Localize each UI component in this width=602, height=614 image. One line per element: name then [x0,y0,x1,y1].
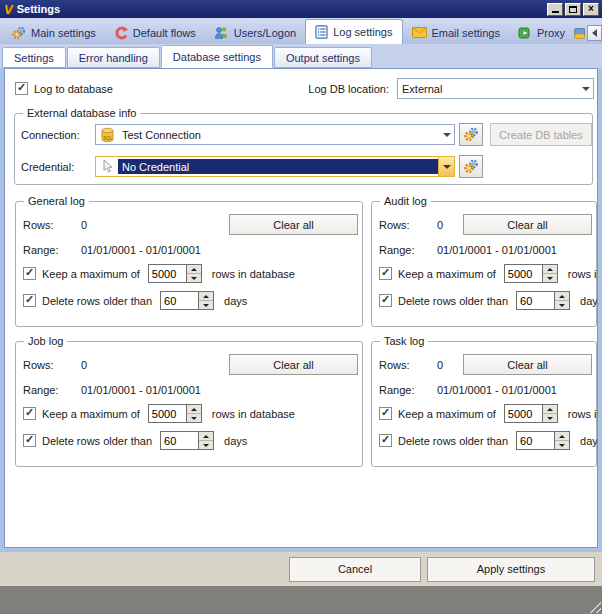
spin-up-button[interactable] [187,405,201,414]
subtab-label: Database settings [173,51,261,63]
log-db-location-select[interactable]: External [397,78,594,99]
tab-users-logon[interactable]: Users/Logon [205,21,305,44]
keep-maximum-checkbox[interactable]: ✓ [379,267,392,280]
spin-down-button[interactable] [555,301,569,309]
keep-maximum-input[interactable] [505,265,542,282]
sql-database-icon: SQL [96,127,118,143]
delete-older-checkbox[interactable]: ✓ [23,434,36,447]
keep-maximum-input[interactable] [149,265,186,282]
delete-older-input[interactable] [517,292,554,309]
spin-down-button[interactable] [199,441,213,449]
keep-maximum-input[interactable] [505,405,542,422]
spin-up-button[interactable] [555,292,569,301]
delete-older-input[interactable] [161,292,198,309]
users-icon [214,26,229,39]
spin-down-button[interactable] [199,301,213,309]
group-title: External database info [23,107,140,119]
tab-log-settings[interactable]: Log settings [305,19,402,44]
tab-proxy[interactable]: Proxy [509,21,574,44]
spin-down-button[interactable] [543,414,557,422]
subtab-output-settings[interactable]: Output settings [274,47,372,68]
clear-all-button[interactable]: Clear all [229,354,358,375]
log-to-database-checkbox[interactable]: ✓ [15,82,28,95]
clipped-tab-icon [574,26,586,41]
connection-label: Connection: [21,129,95,141]
create-db-tables-button[interactable]: Create DB tables [490,123,592,146]
tab-default-flows[interactable]: Default flows [105,21,205,44]
gears-icon [11,26,26,40]
rows-value: 0 [81,359,87,371]
button-label: Cancel [338,563,372,575]
subtab-settings[interactable]: Settings [2,47,66,68]
connection-settings-button[interactable] [459,123,483,146]
top-row: ✓ Log to database Log DB location: Exter… [15,78,594,99]
down-arrow-icon [559,444,565,447]
rows-label: Rows: [379,359,437,371]
spin-up-button[interactable] [555,432,569,441]
delete-older-suffix: days [224,295,247,307]
apply-settings-button[interactable]: Apply settings [427,557,595,582]
tab-scroll-left-button[interactable] [587,25,602,41]
keep-maximum-checkbox[interactable]: ✓ [23,267,36,280]
delete-older-checkbox[interactable]: ✓ [379,434,392,447]
close-button[interactable]: × [583,3,599,16]
credential-settings-button[interactable] [459,155,483,178]
keep-maximum-checkbox[interactable]: ✓ [379,407,392,420]
check-icon: ✓ [25,294,34,305]
minimize-button[interactable] [547,3,563,16]
dropdown-button[interactable] [578,79,593,98]
maximize-button[interactable] [565,3,581,16]
spin-down-button[interactable] [187,414,201,422]
external-database-info-group: External database info Connection: SQL T… [14,113,593,185]
range-value: 01/01/0001 - 01/01/0001 [437,384,557,396]
content-frame: ✓ Log to database Log DB location: Exter… [0,68,602,552]
delete-older-label: Delete rows older than [42,435,152,447]
credential-select[interactable]: No Credential [95,156,455,177]
cancel-button[interactable]: Cancel [289,557,421,582]
delete-older-stepper [160,291,214,310]
spin-up-button[interactable] [543,405,557,414]
spin-up-button[interactable] [199,432,213,441]
keep-maximum-checkbox[interactable]: ✓ [23,407,36,420]
subtab-error-handling[interactable]: Error handling [67,47,160,68]
clear-all-button[interactable]: Clear all [463,214,592,235]
spin-down-button[interactable] [555,441,569,449]
window-controls: × [547,3,602,16]
delete-older-input[interactable] [517,432,554,449]
spin-up-button[interactable] [543,265,557,274]
keep-maximum-stepper [148,264,202,283]
title-bar[interactable]: V Settings × [0,0,602,18]
audit-log-group: Audit log Rows: 0 Clear all Range: 01/01… [371,201,597,327]
check-icon: ✓ [17,82,26,93]
spin-down-button[interactable] [543,274,557,282]
up-arrow-icon [547,408,553,411]
close-icon: × [588,4,594,14]
tab-main-settings[interactable]: Main settings [2,21,105,44]
svg-text:SQL: SQL [103,136,113,141]
clear-all-button[interactable]: Clear all [229,214,358,235]
range-label: Range: [379,384,437,396]
resize-grip[interactable] [587,599,601,613]
up-arrow-icon [559,295,565,298]
tab-label: Email settings [432,27,500,39]
spin-up-button[interactable] [199,292,213,301]
keep-maximum-input[interactable] [149,405,186,422]
group-title: Task log [380,335,428,347]
delete-older-checkbox[interactable]: ✓ [23,294,36,307]
spin-up-button[interactable] [187,265,201,274]
clear-all-button[interactable]: Clear all [463,354,592,375]
subtab-database-settings[interactable]: Database settings [161,45,273,68]
connection-select[interactable]: SQL Test Connection [95,124,455,145]
keep-maximum-label: Keep a maximum of [42,268,140,280]
flow-arrow-icon [114,26,128,40]
dropdown-button[interactable] [438,157,454,176]
spin-down-button[interactable] [187,274,201,282]
dropdown-button[interactable] [439,125,454,144]
up-arrow-icon [559,435,565,438]
tab-label: Proxy [537,27,565,39]
delete-older-input[interactable] [161,432,198,449]
delete-older-checkbox[interactable]: ✓ [379,294,392,307]
tab-email-settings[interactable]: Email settings [403,21,509,44]
keep-maximum-stepper [504,404,558,423]
check-icon: ✓ [381,407,390,418]
